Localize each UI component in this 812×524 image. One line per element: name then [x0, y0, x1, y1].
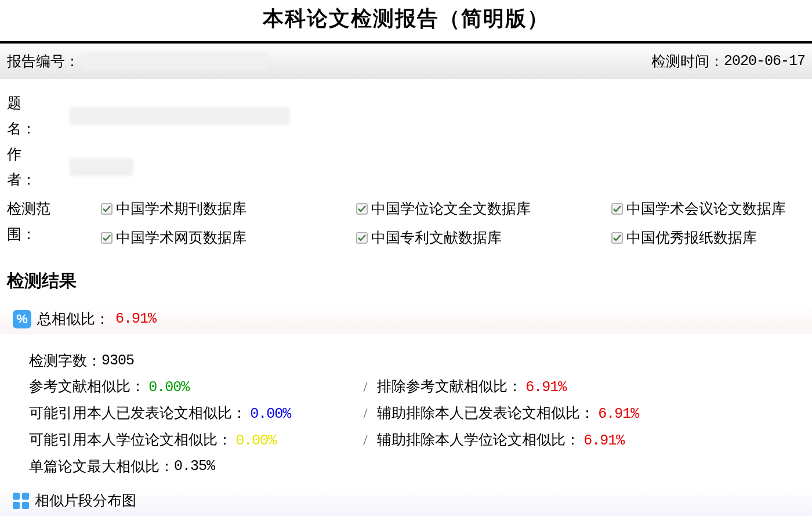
divider-slash: /	[354, 428, 377, 453]
word-count-label: 检测字数：	[29, 348, 102, 374]
page-title: 本科论文检测报告（简明版）	[0, 0, 812, 41]
detect-time-label: 检测时间：	[651, 52, 724, 71]
thesis-title-label: 题 名：	[7, 91, 67, 142]
detect-time-value: 2020-06-17	[724, 53, 805, 70]
max-single-value: 0.35%	[174, 454, 215, 479]
scope-item: 中国学术网页数据库	[101, 225, 356, 251]
scope-label: 检测范围：	[7, 196, 67, 251]
self-pub-value: 0.00%	[250, 406, 291, 422]
meta-bar: 报告编号： 检测时间： 2020-06-17	[0, 44, 812, 79]
report-no-redacted	[82, 53, 267, 70]
scope-item-label: 中国学位论文全文数据库	[371, 196, 531, 222]
distribution-band: 相似片段分布图	[0, 485, 812, 516]
scope-item-label: 中国学术网页数据库	[116, 225, 246, 251]
excl-self-pub-value: 6.91%	[598, 406, 639, 422]
word-count-value: 9305	[102, 348, 134, 374]
checkbox-checked-icon	[101, 203, 113, 215]
self-pub-label: 可能引用本人已发表论文相似比：	[29, 405, 246, 421]
report-no-label: 报告编号：	[7, 52, 79, 71]
overall-value: 6.91%	[115, 310, 156, 327]
result-heading: 检测结果	[0, 255, 812, 303]
scope-item: 中国学位论文全文数据库	[356, 196, 611, 222]
scope-item: 中国学术期刊数据库	[101, 196, 356, 222]
author-label: 作 者：	[7, 142, 67, 193]
checkbox-checked-icon	[611, 232, 623, 244]
checkbox-checked-icon	[356, 232, 368, 244]
distribution-heading: 相似片段分布图	[35, 491, 136, 510]
scope-grid: 中国学术期刊数据库中国学位论文全文数据库中国学术会议论文数据库中国学术网页数据库…	[101, 196, 786, 251]
max-single-label: 单篇论文最大相似比：	[29, 454, 174, 479]
checkbox-checked-icon	[356, 203, 368, 215]
thesis-title-redacted	[70, 107, 290, 125]
ref-sim-value: 0.00%	[148, 379, 189, 396]
divider-slash: /	[354, 374, 377, 400]
scope-item: 中国专利文献数据库	[356, 225, 611, 251]
scope-item-label: 中国优秀报纸数据库	[626, 225, 757, 251]
excl-ref-sim-value: 6.91%	[525, 379, 566, 396]
scope-item-label: 中国学术期刊数据库	[116, 196, 246, 222]
scope-item-label: 中国学术会议论文数据库	[626, 196, 786, 222]
self-thesis-label: 可能引用本人学位论文相似比：	[29, 432, 232, 447]
checkbox-checked-icon	[611, 203, 623, 215]
overall-label: 总相似比：	[37, 309, 110, 328]
excl-ref-sim-label: 排除参考文献相似比：	[377, 378, 522, 394]
divider-slash: /	[354, 401, 377, 427]
scope-item: 中国优秀报纸数据库	[611, 225, 786, 251]
grid-icon	[13, 493, 29, 509]
details-block: 检测字数： 9305 参考文献相似比： 0.00% / 排除参考文献相似比： 6…	[0, 334, 812, 485]
ref-sim-label: 参考文献相似比：	[29, 378, 145, 394]
scope-item: 中国学术会议论文数据库	[611, 196, 786, 222]
checkbox-checked-icon	[101, 232, 113, 244]
percent-icon: %	[13, 310, 31, 328]
excl-self-thesis-value: 6.91%	[583, 432, 624, 449]
author-redacted	[70, 158, 133, 176]
overall-similarity-band: % 总相似比： 6.91%	[0, 303, 812, 334]
excl-self-pub-label: 辅助排除本人已发表论文相似比：	[377, 405, 594, 421]
scope-item-label: 中国专利文献数据库	[371, 225, 502, 251]
self-thesis-value: 0.00%	[235, 432, 276, 449]
info-block: 题 名： 作 者： 检测范围： 中国学术期刊数据库中国学位论文全文数据库中国学术…	[0, 91, 812, 255]
excl-self-thesis-label: 辅助排除本人学位论文相似比：	[377, 432, 580, 447]
